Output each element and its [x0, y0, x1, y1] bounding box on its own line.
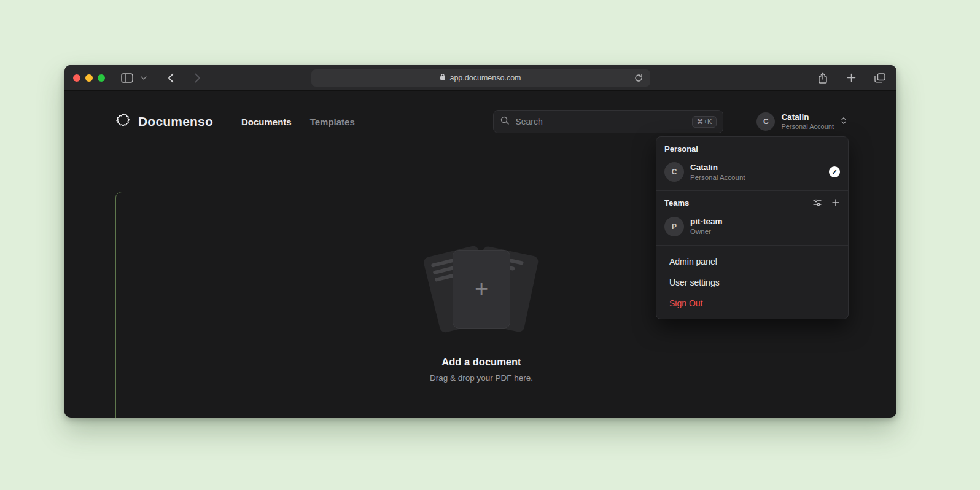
- menu-divider: [656, 190, 848, 191]
- tab-overview-icon[interactable]: [872, 71, 888, 85]
- menu-item-sign-out[interactable]: Sign Out: [656, 293, 848, 314]
- dropzone-subtitle: Drag & drop your PDF here.: [430, 373, 533, 383]
- close-window-button[interactable]: [73, 74, 80, 82]
- menu-item-user-settings[interactable]: User settings: [656, 272, 848, 293]
- sidebar-toggle-icon[interactable]: [119, 71, 136, 85]
- account-menu-trigger[interactable]: C Catalin Personal Account: [756, 112, 847, 131]
- search-shortcut-badge: ⌘+K: [692, 116, 717, 128]
- dropzone-title: Add a document: [441, 356, 521, 368]
- menu-divider: [656, 245, 848, 246]
- app-content: Documenso Documents Templates ⌘+K C Cata…: [64, 91, 896, 417]
- search-icon: [500, 115, 510, 128]
- personal-account-name: Catalin: [690, 162, 745, 173]
- browser-window: app.documenso.com Documenso: [64, 65, 896, 418]
- lock-icon: [440, 73, 446, 82]
- account-text: Catalin Personal Account: [781, 112, 834, 131]
- account-dropdown-menu: Personal C Catalin Personal Account ✓ Te…: [656, 136, 849, 319]
- personal-account-item[interactable]: C Catalin Personal Account ✓: [656, 159, 848, 185]
- history-navigation: [165, 71, 203, 85]
- app-header: Documenso Documents Templates ⌘+K C Cata…: [64, 91, 896, 138]
- titlebar-right-actions: [815, 69, 888, 87]
- brand[interactable]: Documenso: [115, 112, 213, 131]
- avatar: C: [664, 162, 684, 182]
- reload-icon[interactable]: [632, 71, 645, 85]
- team-role: Owner: [690, 227, 723, 236]
- teams-section-header: Teams: [656, 196, 848, 213]
- personal-section-label: Personal: [656, 143, 848, 159]
- account-name: Catalin: [781, 112, 834, 123]
- share-icon[interactable]: [815, 69, 831, 87]
- avatar: C: [756, 112, 775, 131]
- plus-icon: +: [453, 251, 510, 328]
- personal-account-text: Catalin Personal Account: [690, 162, 745, 182]
- new-tab-plus-icon[interactable]: [844, 71, 858, 85]
- team-item[interactable]: P pit-team Owner: [656, 213, 848, 239]
- documents-illustration: +: [414, 242, 549, 340]
- forward-icon[interactable]: [192, 71, 203, 85]
- nav-documents[interactable]: Documents: [241, 117, 292, 127]
- window-controls: [73, 74, 105, 82]
- zoom-window-button[interactable]: [98, 74, 105, 82]
- search-bar[interactable]: ⌘+K: [493, 110, 723, 133]
- documenso-logo-icon: [115, 112, 131, 131]
- teams-actions: [812, 198, 840, 208]
- document-card-front: +: [453, 251, 510, 328]
- menu-item-admin-panel[interactable]: Admin panel: [656, 251, 848, 272]
- nav-templates[interactable]: Templates: [310, 117, 355, 127]
- minimize-window-button[interactable]: [85, 74, 93, 82]
- address-bar[interactable]: app.documenso.com: [311, 69, 650, 87]
- account-subtitle: Personal Account: [781, 123, 834, 131]
- sidebar-controls: [119, 71, 149, 85]
- browser-titlebar: app.documenso.com: [64, 65, 896, 91]
- team-text: pit-team Owner: [690, 216, 723, 236]
- avatar: P: [664, 217, 684, 236]
- back-icon[interactable]: [165, 71, 176, 85]
- teams-section-label: Teams: [664, 198, 689, 208]
- brand-name: Documenso: [138, 114, 213, 129]
- team-name: pit-team: [690, 216, 723, 227]
- manage-teams-icon[interactable]: [812, 198, 822, 208]
- check-icon: ✓: [829, 166, 840, 177]
- sidebar-chevron-down-icon[interactable]: [138, 74, 149, 82]
- chevron-up-down-icon: [840, 116, 847, 128]
- personal-account-subtitle: Personal Account: [690, 173, 745, 182]
- search-input[interactable]: [515, 117, 686, 126]
- main-nav: Documents Templates: [241, 117, 355, 127]
- add-team-plus-icon[interactable]: [831, 198, 840, 207]
- url-text: app.documenso.com: [449, 74, 521, 82]
